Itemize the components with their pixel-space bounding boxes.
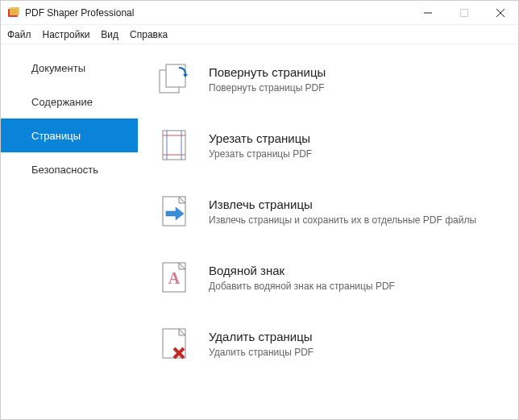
titlebar: PDF Shaper Professional xyxy=(1,1,518,25)
feature-text: Удалить страницы Удалить страницы PDF xyxy=(209,330,510,358)
app-icon xyxy=(7,6,20,19)
sidebar-item-label: Безопасность xyxy=(31,164,98,176)
rotate-pages-icon xyxy=(154,59,194,99)
feature-desc: Удалить страницы PDF xyxy=(209,347,510,358)
svg-rect-1 xyxy=(10,7,19,15)
svg-text:A: A xyxy=(168,269,181,287)
feature-rotate[interactable]: Повернуть страницы Повернуть страницы PD… xyxy=(154,59,510,99)
menu-view[interactable]: Вид xyxy=(101,29,118,40)
menu-settings[interactable]: Настройки xyxy=(43,29,90,40)
feature-text: Урезать страницы Урезать страницы PDF xyxy=(209,131,510,160)
feature-text: Водяной знак Добавить водяной знак на ст… xyxy=(209,264,510,292)
feature-text: Извлечь страницы Извлечь страницы и сохр… xyxy=(209,198,510,226)
svg-rect-3 xyxy=(460,10,467,17)
feature-title: Водяной знак xyxy=(209,264,510,277)
feature-desc: Урезать страницы PDF xyxy=(209,148,510,160)
sidebar-item-label: Документы xyxy=(31,62,85,74)
delete-pages-icon xyxy=(154,323,194,364)
sidebar-item-documents[interactable]: Документы xyxy=(1,51,138,85)
watermark-icon: A xyxy=(154,257,194,297)
sidebar-item-content[interactable]: Содержание xyxy=(1,85,138,119)
feature-desc: Повернуть страницы PDF xyxy=(209,82,510,94)
sidebar-item-security[interactable]: Безопасность xyxy=(1,152,138,186)
feature-title: Удалить страницы xyxy=(209,330,510,343)
feature-title: Урезать страницы xyxy=(209,131,510,145)
feature-text: Повернуть страницы Повернуть страницы PD… xyxy=(209,65,510,94)
menubar: Файл Настройки Вид Справка xyxy=(1,25,518,44)
feature-delete[interactable]: Удалить страницы Удалить страницы PDF xyxy=(154,323,510,364)
menu-file[interactable]: Файл xyxy=(7,29,31,40)
sidebar-item-label: Содержание xyxy=(31,96,93,108)
maximize-button[interactable] xyxy=(446,1,482,25)
close-button[interactable] xyxy=(482,1,518,25)
crop-pages-icon xyxy=(154,125,194,165)
window-controls xyxy=(409,1,518,24)
feature-crop[interactable]: Урезать страницы Урезать страницы PDF xyxy=(154,125,510,165)
window-title: PDF Shaper Professional xyxy=(25,7,409,19)
feature-watermark[interactable]: A Водяной знак Добавить водяной знак на … xyxy=(154,257,510,297)
feature-title: Повернуть страницы xyxy=(209,65,510,79)
sidebar-item-label: Страницы xyxy=(31,130,81,142)
svg-rect-9 xyxy=(163,131,185,160)
sidebar-item-pages[interactable]: Страницы xyxy=(1,119,138,152)
feature-desc: Добавить водяной знак на страницы PDF xyxy=(209,281,510,292)
feature-title: Извлечь страницы xyxy=(209,198,510,211)
sidebar: Документы Содержание Страницы Безопаснос… xyxy=(1,44,138,419)
main-content: Повернуть страницы Повернуть страницы PD… xyxy=(138,44,518,419)
menu-help[interactable]: Справка xyxy=(130,29,168,40)
body: Документы Содержание Страницы Безопаснос… xyxy=(1,44,518,419)
feature-extract[interactable]: Извлечь страницы Извлечь страницы и сохр… xyxy=(154,191,510,231)
minimize-button[interactable] xyxy=(409,1,446,25)
feature-desc: Извлечь страницы и сохранить их в отдель… xyxy=(209,214,510,226)
extract-pages-icon xyxy=(154,191,194,231)
